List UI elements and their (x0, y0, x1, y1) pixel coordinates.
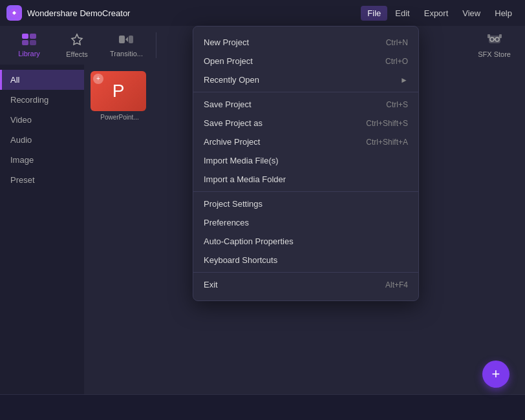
keyboard-shortcuts-label: Keyboard Shortcuts (204, 255, 408, 265)
sidebar-item-preset[interactable]: Preset (0, 170, 84, 190)
menu-edit[interactable]: Edit (389, 6, 416, 21)
sidebar-item-image[interactable]: Image (0, 150, 84, 170)
archive-project-label: Archive Project (204, 137, 366, 147)
dropdown-archive-project[interactable]: Archive Project Ctrl+Shift+A (193, 132, 418, 151)
app-title: Wondershare DemoCreator (27, 8, 356, 18)
title-bar: Wondershare DemoCreator File Edit Export… (0, 0, 525, 26)
fab-icon: + (492, 366, 500, 383)
bottom-bar (0, 394, 525, 420)
svg-rect-11 (488, 34, 490, 38)
save-project-as-shortcut: Ctrl+Shift+S (366, 119, 408, 128)
archive-project-shortcut: Ctrl+Shift+A (366, 138, 408, 147)
menu-bar: File Edit Export View Help (361, 6, 519, 21)
toolbar-transitions-label: Transitio... (110, 50, 143, 58)
dropdown-import-folder[interactable]: Import a Media Folder (193, 170, 418, 189)
dropdown-auto-caption[interactable]: Auto-Caption Properties (193, 232, 418, 251)
svg-rect-4 (30, 40, 36, 45)
toolbar-library-label: Library (18, 50, 40, 58)
new-project-label: New Project (204, 37, 386, 47)
toolbar-library[interactable]: Library (6, 30, 52, 61)
project-settings-label: Project Settings (204, 199, 408, 209)
dropdown-section-settings: Project Settings Preferences Auto-Captio… (193, 192, 418, 273)
dropdown-section-save: Save Project Ctrl+S Save Project as Ctrl… (193, 92, 418, 192)
app-logo (6, 5, 22, 21)
import-folder-label: Import a Media Folder (204, 174, 408, 184)
svg-rect-5 (119, 36, 125, 43)
auto-caption-label: Auto-Caption Properties (204, 236, 408, 246)
fab-button[interactable]: + (482, 361, 509, 388)
dropdown-open-project[interactable]: Open Project Ctrl+O (193, 52, 418, 70)
exit-label: Exit (204, 280, 385, 289)
sfx-store-button[interactable]: SFX Store (470, 29, 519, 62)
dropdown-preferences[interactable]: Preferences (193, 213, 418, 232)
content-item-label: PowerPoint... (91, 114, 149, 121)
sidebar-item-audio[interactable]: Audio (0, 130, 84, 150)
svg-rect-3 (22, 40, 28, 45)
preferences-label: Preferences (204, 218, 408, 227)
dropdown-section-new-open: New Project Ctrl+N Open Project Ctrl+O R… (193, 30, 418, 92)
save-project-label: Save Project (204, 100, 386, 109)
recently-open-label: Recently Open (204, 75, 400, 85)
save-project-shortcut: Ctrl+S (386, 100, 408, 109)
svg-rect-2 (30, 34, 36, 39)
content-item-powerpoint[interactable]: P PowerPoint... (91, 71, 149, 121)
sidebar-item-recording[interactable]: Recording (0, 90, 84, 110)
powerpoint-icon: P (112, 81, 125, 101)
dropdown-save-project-as[interactable]: Save Project as Ctrl+Shift+S (193, 114, 418, 132)
exit-shortcut: Alt+F4 (385, 280, 408, 289)
svg-rect-12 (499, 34, 502, 38)
content-thumbnail: P (91, 71, 146, 111)
dropdown-recently-open[interactable]: Recently Open ► (193, 70, 418, 89)
sidebar-item-video[interactable]: Video (0, 110, 84, 130)
toolbar-effects-label: Effects (66, 50, 87, 58)
effects-icon (70, 33, 83, 49)
file-dropdown-menu: New Project Ctrl+N Open Project Ctrl+O R… (193, 26, 419, 301)
menu-file[interactable]: File (361, 6, 387, 21)
dropdown-section-exit: Exit Alt+F4 (193, 273, 418, 297)
sfx-store-icon (488, 33, 502, 49)
dropdown-save-project[interactable]: Save Project Ctrl+S (193, 95, 418, 114)
import-media-label: Import Media File(s) (204, 156, 408, 165)
transitions-icon (119, 34, 133, 48)
dropdown-project-settings[interactable]: Project Settings (193, 194, 418, 213)
toolbar-transitions[interactable]: Transitio... (102, 30, 151, 61)
toolbar-divider (156, 32, 156, 58)
new-project-shortcut: Ctrl+N (386, 38, 408, 47)
dropdown-keyboard-shortcuts[interactable]: Keyboard Shortcuts (193, 251, 418, 269)
save-project-as-label: Save Project as (204, 118, 366, 128)
recently-open-arrow: ► (400, 76, 408, 85)
sidebar: All Recording Video Audio Image Preset (0, 65, 84, 394)
menu-export[interactable]: Export (418, 6, 455, 21)
toolbar-effects[interactable]: Effects (54, 29, 100, 62)
svg-rect-1 (22, 34, 28, 39)
dropdown-exit[interactable]: Exit Alt+F4 (193, 275, 418, 294)
menu-view[interactable]: View (456, 6, 487, 21)
open-project-label: Open Project (204, 56, 385, 66)
menu-help[interactable]: Help (488, 6, 519, 21)
sidebar-item-all[interactable]: All (0, 70, 84, 90)
sfx-store-label: SFX Store (478, 50, 511, 58)
library-icon (22, 34, 36, 48)
svg-marker-6 (125, 37, 128, 42)
svg-rect-7 (129, 36, 133, 43)
dropdown-import-media[interactable]: Import Media File(s) (193, 151, 418, 170)
dropdown-new-project[interactable]: New Project Ctrl+N (193, 33, 418, 52)
open-project-shortcut: Ctrl+O (385, 57, 408, 66)
